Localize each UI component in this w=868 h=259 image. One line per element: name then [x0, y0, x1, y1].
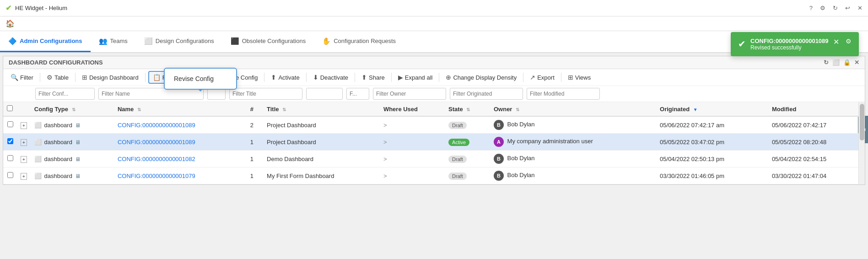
modified-cell: 03/30/2022 01:47:04: [768, 167, 865, 184]
row-expand-cell[interactable]: +: [17, 167, 31, 184]
titlebar-left: ✔ HE Widget - Helium: [5, 4, 67, 12]
revise-config-popup-text[interactable]: Revise Config: [174, 75, 227, 82]
design-dashboard-button[interactable]: ⊞ Design Dashboard: [78, 72, 142, 83]
num-cell: 1: [247, 167, 263, 184]
filter-f-input[interactable]: [346, 88, 369, 100]
select-all-header[interactable]: [3, 102, 17, 116]
config-type-icon: ⬜: [34, 156, 42, 162]
state-header[interactable]: State ⇅: [445, 102, 490, 116]
filter-button[interactable]: 🔍 Filter: [7, 72, 37, 83]
toast-settings-icon[interactable]: ⚙: [846, 38, 852, 45]
filter-modified-input[interactable]: [527, 88, 600, 100]
row-expand-cell[interactable]: +: [17, 116, 31, 134]
where-used-cell[interactable]: >: [380, 151, 445, 167]
row-checkbox[interactable]: [7, 172, 13, 178]
config-name-link[interactable]: CONFIG:0000000000001082: [118, 156, 195, 162]
select-all-checkbox[interactable]: [7, 105, 13, 111]
where-used-cell[interactable]: >: [380, 134, 445, 151]
deactivate-button[interactable]: ⬇ Deactivate: [309, 72, 352, 83]
filter-conf-input[interactable]: [35, 88, 95, 100]
export-button[interactable]: ↗ Export: [526, 72, 558, 83]
back-icon[interactable]: ↩: [845, 5, 850, 11]
filter-originated-input[interactable]: [450, 88, 523, 100]
separator-6: [306, 73, 307, 82]
share-icon: ⬆: [361, 74, 367, 81]
row-checkbox[interactable]: [7, 155, 13, 161]
panel-close-icon[interactable]: ✕: [854, 59, 859, 66]
refresh-icon[interactable]: ↻: [833, 5, 838, 11]
row-checkbox-cell[interactable]: [3, 167, 17, 184]
row-checkbox[interactable]: [7, 121, 13, 127]
settings-icon[interactable]: ⚙: [820, 5, 825, 11]
tab-design-configurations[interactable]: ⬜ Design Configurations: [136, 31, 222, 52]
panel-lock-icon[interactable]: 🔒: [843, 59, 851, 66]
originated-header[interactable]: Originated ▼: [656, 102, 768, 116]
filter-owner-input[interactable]: [373, 88, 446, 100]
row-checkbox[interactable]: [7, 138, 13, 144]
row-expand-icon[interactable]: +: [21, 139, 27, 146]
tab-obsolete-configurations[interactable]: ⬛ Obsolete Configurations: [222, 31, 314, 52]
expand-all-button[interactable]: ▶ Expand all: [394, 72, 437, 83]
share-button[interactable]: ⬆ Share: [358, 72, 388, 83]
row-expand-icon[interactable]: +: [21, 156, 27, 163]
filter-title-input[interactable]: [229, 88, 302, 100]
name-cell[interactable]: CONFIG:0000000000001079: [114, 167, 247, 184]
where-used-header[interactable]: Where Used: [380, 102, 445, 116]
row-expand-icon[interactable]: +: [21, 122, 27, 129]
num-header[interactable]: #: [247, 102, 263, 116]
separator-8: [391, 73, 392, 82]
row-checkbox-cell[interactable]: [3, 134, 17, 151]
config-type-header[interactable]: Config Type ⇅: [31, 102, 114, 116]
row-checkbox-cell[interactable]: [3, 151, 17, 167]
activate-button[interactable]: ⬆ Activate: [267, 72, 303, 83]
tab-configuration-requests[interactable]: ✋ Configuration Requests: [314, 31, 404, 52]
config-type-extra-icon: 🖥: [75, 156, 81, 162]
views-button[interactable]: ⊞ Views: [564, 72, 594, 83]
table-button[interactable]: ⚙ Table: [43, 72, 72, 83]
config-type-value: dashboard: [44, 122, 72, 129]
tab-teams[interactable]: 👥 Teams: [91, 31, 136, 52]
name-header[interactable]: Name ⇅: [114, 102, 247, 116]
scrollbar-thumb[interactable]: [860, 104, 864, 140]
where-used-cell[interactable]: >: [380, 167, 445, 184]
where-used-arrow[interactable]: >: [383, 139, 387, 146]
panel-restore-icon[interactable]: ⬜: [832, 59, 840, 66]
row-expand-cell[interactable]: +: [17, 134, 31, 151]
name-cell[interactable]: CONFIG:0000000000001082: [114, 151, 247, 167]
config-name-link[interactable]: CONFIG:0000000000001079: [118, 173, 195, 179]
where-used-arrow[interactable]: >: [383, 173, 387, 179]
filter-where-used-input[interactable]: [306, 88, 343, 100]
views-icon: ⊞: [568, 74, 573, 81]
obsolete-configs-icon: ⬛: [231, 37, 239, 45]
close-icon[interactable]: ✕: [857, 5, 863, 11]
where-used-arrow[interactable]: >: [383, 156, 387, 162]
config-name-link[interactable]: CONFIG:0000000000001089: [118, 122, 195, 129]
row-checkbox-cell[interactable]: [3, 116, 17, 134]
config-name-link[interactable]: CONFIG:0000000000001089: [118, 139, 195, 146]
export-icon: ↗: [530, 74, 535, 81]
titlebar-controls: ? ⚙ ↻ ↩ ✕: [809, 5, 863, 11]
row-expand-icon[interactable]: +: [21, 173, 27, 180]
row-expand-cell[interactable]: +: [17, 151, 31, 167]
originated-cell: 05/04/2022 02:50:13 pm: [656, 151, 768, 167]
name-cell[interactable]: CONFIG:0000000000001089: [114, 116, 247, 134]
toast-close-icon[interactable]: ✕: [833, 38, 839, 46]
home-icon[interactable]: 🏠: [5, 19, 15, 28]
owner-cell: B Bob Dylan: [490, 116, 656, 134]
tab-admin-configurations[interactable]: 🔷 Admin Configurations: [0, 31, 91, 52]
panel-refresh-icon[interactable]: ↻: [824, 59, 829, 66]
modified-header[interactable]: Modified: [768, 102, 865, 116]
state-cell: Draft: [445, 167, 490, 184]
config-type-cell: ⬜ dashboard 🖥: [31, 134, 114, 151]
title-header[interactable]: Title ⇅: [263, 102, 380, 116]
config-type-extra-icon: 🖥: [75, 122, 81, 129]
scrollbar[interactable]: [858, 102, 865, 184]
where-used-arrow[interactable]: >: [383, 122, 387, 129]
change-display-density-button[interactable]: ⊕ Change Display Density: [442, 72, 520, 83]
help-icon[interactable]: ?: [809, 5, 813, 11]
name-cell[interactable]: CONFIG:0000000000001089: [114, 134, 247, 151]
where-used-cell[interactable]: >: [380, 116, 445, 134]
owner-header[interactable]: Owner ⇅: [490, 102, 656, 116]
admin-configs-icon: 🔷: [8, 37, 17, 45]
filter-label: Filter: [20, 74, 33, 81]
